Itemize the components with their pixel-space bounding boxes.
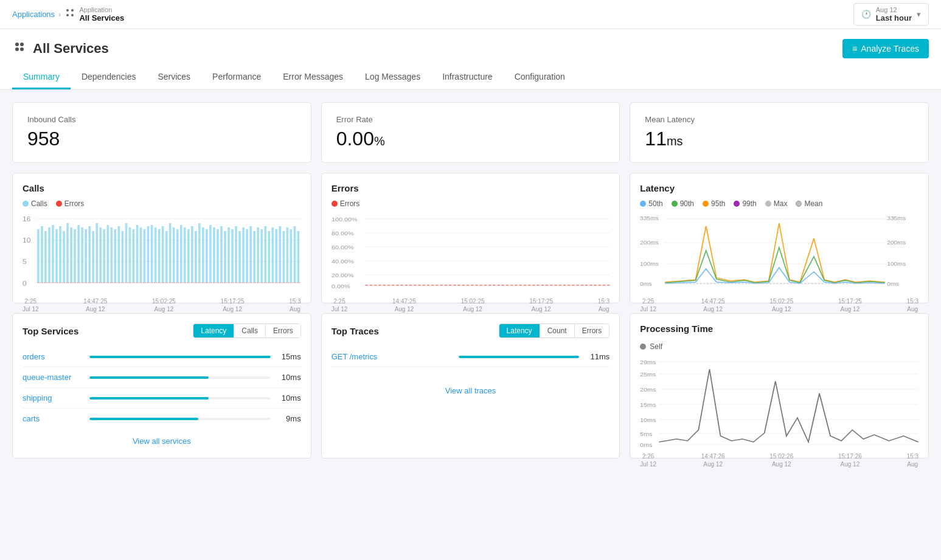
svg-point-7 [20, 47, 24, 51]
service-name-orders[interactable]: orders [23, 352, 83, 361]
analyze-traces-button[interactable]: ≡ Analyze Traces [842, 39, 929, 58]
latency-mean: Mean [796, 199, 822, 208]
svg-text:5: 5 [23, 258, 27, 265]
svg-rect-39 [122, 231, 124, 283]
top-services-latency-btn[interactable]: Latency [193, 324, 234, 337]
svg-rect-60 [198, 223, 201, 283]
svg-text:100ms: 100ms [640, 261, 659, 267]
analyze-icon: ≡ [852, 44, 857, 54]
svg-rect-64 [213, 227, 215, 283]
tab-summary[interactable]: Summary [12, 66, 71, 89]
tab-infrastructure[interactable]: Infrastructure [431, 66, 503, 89]
svg-text:100ms: 100ms [887, 261, 906, 267]
svg-text:29ms: 29ms [640, 359, 656, 365]
svg-rect-59 [195, 231, 197, 283]
tab-dependencies[interactable]: Dependencies [71, 66, 147, 89]
svg-text:5ms: 5ms [640, 431, 652, 437]
svg-text:0.00%: 0.00% [332, 283, 350, 289]
service-bar-wrap [89, 418, 271, 420]
main-content: Inbound Calls 958 Error Rate 0.00% Mean … [0, 90, 941, 471]
charts-row: Calls Calls Errors 16 10 5 0 [12, 173, 929, 303]
page-title-row: All Services ≡ Analyze Traces [12, 39, 929, 58]
top-bar: Applications › Application All Services … [0, 0, 941, 29]
tab-log-messages[interactable]: Log Messages [354, 66, 431, 89]
svg-point-6 [15, 47, 19, 51]
top-services-panel: Top Services Latency Calls Errors orders… [12, 313, 311, 458]
app-icon [64, 7, 75, 21]
svg-rect-18 [44, 231, 47, 283]
calls-chart-area: 16 10 5 0 [23, 214, 301, 293]
service-name-carts[interactable]: carts [23, 414, 83, 423]
tab-error-messages[interactable]: Error Messages [272, 66, 354, 89]
svg-rect-35 [107, 225, 109, 283]
errors-chart-area: 100.00% 80.00% 60.00% 40.00% 20.00% 0.00… [332, 214, 610, 293]
breadcrumb: Applications › Application All Services [12, 6, 124, 22]
svg-rect-70 [235, 226, 237, 283]
tab-performance[interactable]: Performance [201, 66, 272, 89]
svg-rect-87 [297, 231, 300, 283]
svg-rect-28 [81, 227, 83, 283]
svg-rect-51 [165, 231, 168, 283]
view-all-services-link[interactable]: View all services [23, 436, 301, 446]
tab-services[interactable]: Services [147, 66, 201, 89]
svg-text:20.00%: 20.00% [332, 272, 354, 278]
svg-rect-73 [246, 229, 248, 283]
svg-rect-24 [66, 223, 69, 283]
svg-point-1 [71, 9, 74, 12]
svg-rect-21 [55, 229, 58, 283]
service-name-shipping[interactable]: shipping [23, 393, 83, 403]
top-services-calls-btn[interactable]: Calls [234, 324, 266, 337]
latency-90th: 90th [672, 199, 694, 208]
top-traces-errors-btn[interactable]: Errors [575, 324, 609, 337]
service-latency: 10ms [277, 393, 301, 403]
svg-rect-25 [70, 227, 72, 283]
svg-text:0ms: 0ms [887, 281, 899, 287]
tab-configuration[interactable]: Configuration [504, 66, 576, 89]
svg-rect-69 [231, 229, 234, 283]
svg-text:0ms: 0ms [640, 281, 652, 287]
processing-time-panel: Processing Time Self 29ms 25ms 20ms 15ms… [630, 313, 929, 458]
svg-rect-41 [129, 227, 131, 283]
top-services-header: Top Services Latency Calls Errors [23, 323, 301, 338]
svg-rect-45 [144, 229, 146, 283]
service-name-queue-master[interactable]: queue-master [23, 373, 83, 382]
time-selector[interactable]: 🕐 Aug 12 Last hour ▾ [853, 3, 929, 26]
svg-rect-31 [92, 231, 94, 283]
service-list: orders 15ms queue-master 10ms shipping [23, 347, 301, 429]
inbound-calls-value: 958 [27, 128, 296, 150]
svg-rect-50 [162, 226, 164, 283]
svg-text:10: 10 [23, 237, 30, 244]
applications-link[interactable]: Applications [12, 10, 55, 19]
svg-rect-76 [257, 227, 259, 283]
svg-rect-86 [294, 226, 296, 283]
latency-x-labels: 2:25Jul 12 14:47:25Aug 12 15:02:25Aug 12… [640, 297, 918, 313]
latency-chart-area: 335ms 200ms 100ms 0ms 335ms 200ms 100ms … [640, 214, 918, 293]
errors-chart-title: Errors [332, 183, 610, 193]
trace-name-get-metrics[interactable]: GET /metrics [332, 352, 453, 361]
view-all-traces-link[interactable]: View all traces [332, 385, 610, 395]
svg-rect-84 [286, 227, 289, 283]
svg-text:100.00%: 100.00% [332, 216, 358, 223]
svg-rect-37 [114, 229, 117, 283]
service-latency: 10ms [277, 373, 301, 382]
svg-rect-58 [191, 226, 193, 283]
svg-rect-23 [63, 231, 65, 283]
service-bar-wrap [89, 356, 271, 358]
mean-latency-value: 11ms [645, 128, 914, 150]
breadcrumb-sep: › [58, 10, 61, 19]
svg-rect-29 [85, 229, 87, 283]
svg-rect-75 [253, 231, 255, 283]
top-services-errors-btn[interactable]: Errors [266, 324, 300, 337]
svg-rect-61 [202, 227, 204, 283]
svg-rect-44 [140, 227, 142, 283]
top-traces-count-btn[interactable]: Count [540, 324, 575, 337]
svg-rect-68 [227, 227, 230, 283]
calls-chart-title: Calls [23, 183, 301, 193]
svg-rect-65 [217, 229, 219, 283]
error-rate-value: 0.00% [336, 128, 605, 150]
svg-rect-33 [99, 227, 102, 283]
errors-legend: Errors [332, 199, 610, 208]
service-bar [89, 376, 209, 379]
top-traces-latency-btn[interactable]: Latency [499, 324, 540, 337]
svg-rect-85 [290, 229, 293, 283]
